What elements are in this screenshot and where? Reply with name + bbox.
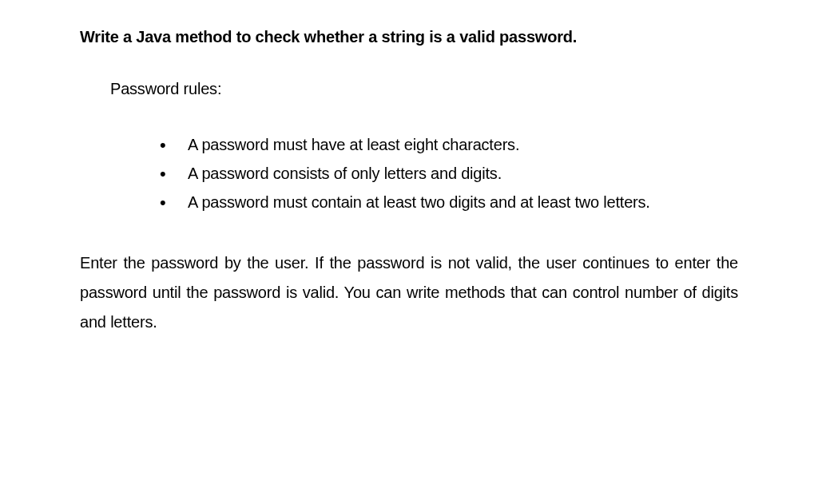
list-item: A password consists of only letters and … (160, 161, 738, 186)
password-rules-list: A password must have at least eight char… (160, 132, 738, 215)
list-item: A password must contain at least two dig… (160, 189, 738, 215)
rules-subheading: Password rules: (110, 80, 738, 98)
list-item: A password must have at least eight char… (160, 132, 738, 157)
instruction-paragraph: Enter the password by the user. If the p… (80, 248, 738, 337)
exercise-heading: Write a Java method to check whether a s… (80, 28, 738, 46)
